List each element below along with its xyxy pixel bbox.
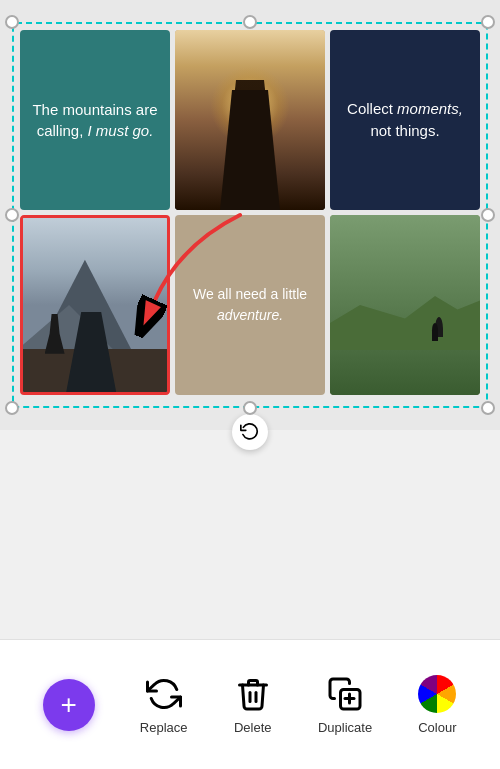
replace-button[interactable]: Replace [140, 674, 188, 735]
collage-wrapper[interactable]: The mountains are calling, I must go. Co… [20, 30, 480, 400]
cell-3-text: Collect moments, not things. [342, 98, 468, 143]
handle-bottom-left[interactable] [5, 401, 19, 415]
delete-button[interactable]: Delete [233, 674, 273, 735]
bottom-toolbar: + Replace Delete [0, 639, 500, 769]
cell-5-text: We all need a little adventure. [187, 284, 313, 326]
add-fab-button[interactable]: + [43, 679, 95, 731]
cell-text-adventure[interactable]: We all need a little adventure. [175, 215, 325, 395]
handle-bottom-middle[interactable] [243, 401, 257, 415]
cell-photo-hill[interactable] [330, 215, 480, 395]
handle-right-middle[interactable] [481, 208, 495, 222]
mountain-scene [23, 218, 167, 392]
replace-label: Replace [140, 720, 188, 735]
collage-grid: The mountains are calling, I must go. Co… [20, 30, 480, 395]
duplicate-label: Duplicate [318, 720, 372, 735]
delete-label: Delete [234, 720, 272, 735]
rotate-handle[interactable] [232, 414, 268, 450]
handle-top-right[interactable] [481, 15, 495, 29]
cell-photo-person-mountain[interactable] [20, 215, 170, 395]
delete-icon [233, 674, 273, 714]
colour-icon [417, 674, 457, 714]
handle-top-middle[interactable] [243, 15, 257, 29]
duplicate-button[interactable]: Duplicate [318, 674, 372, 735]
plus-icon: + [60, 689, 76, 721]
replace-icon [144, 674, 184, 714]
cell-text-mountains[interactable]: The mountains are calling, I must go. [20, 30, 170, 210]
colour-button[interactable]: Colour [417, 674, 457, 735]
cell-photo-mountain-above[interactable] [175, 30, 325, 210]
cell-text-collect[interactable]: Collect moments, not things. [330, 30, 480, 210]
canvas-area: The mountains are calling, I must go. Co… [0, 0, 500, 430]
handle-bottom-right[interactable] [481, 401, 495, 415]
duplicate-icon [325, 674, 365, 714]
cell-1-text: The mountains are calling, I must go. [32, 99, 158, 141]
ground [23, 349, 167, 393]
handle-left-middle[interactable] [5, 208, 19, 222]
colour-label: Colour [418, 720, 456, 735]
handle-top-left[interactable] [5, 15, 19, 29]
